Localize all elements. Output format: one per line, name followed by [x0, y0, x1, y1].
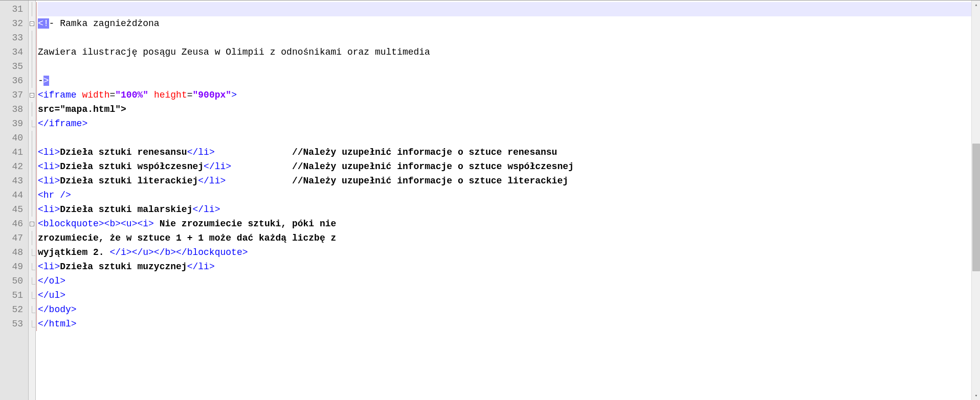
code-line[interactable]: <hr />	[38, 188, 980, 202]
fold-marker[interactable]: −	[29, 88, 35, 102]
code-token: Dzieła sztuki malarskiej	[60, 204, 192, 215]
line-number[interactable]: 43	[0, 174, 28, 188]
line-number[interactable]: 46	[0, 217, 28, 231]
code-token: height	[154, 90, 187, 100]
code-line[interactable]: <li>Dzieła sztuki muzycznej</li>	[38, 260, 980, 274]
fold-marker[interactable]	[29, 159, 35, 174]
fold-marker[interactable]	[29, 102, 35, 116]
code-line[interactable]	[38, 31, 980, 45]
code-line[interactable]: <li>Dzieła sztuki renesansu</li> //Należ…	[38, 145, 980, 159]
fold-marker[interactable]	[29, 274, 35, 288]
fold-marker[interactable]	[29, 59, 35, 74]
line-number[interactable]: 33	[0, 31, 28, 45]
line-number[interactable]: 47	[0, 231, 28, 245]
code-token: Dzieła sztuki literackiej	[60, 176, 198, 186]
code-line[interactable]	[38, 2, 980, 16]
code-token: "100%"	[115, 90, 148, 100]
line-number[interactable]: 37	[0, 88, 28, 102]
scroll-up-button[interactable]: ▴	[972, 1, 980, 9]
fold-marker[interactable]	[29, 45, 35, 59]
code-token: =	[187, 90, 193, 100]
fold-marker[interactable]	[29, 145, 35, 159]
line-number[interactable]: 40	[0, 131, 28, 145]
line-number[interactable]: 50	[0, 274, 28, 288]
code-line[interactable]: </ol>	[38, 274, 980, 288]
line-number[interactable]: 52	[0, 302, 28, 317]
code-line[interactable]: ->	[38, 74, 980, 88]
code-token: </html>	[38, 319, 77, 329]
code-line[interactable]	[38, 131, 980, 145]
line-number[interactable]: 41	[0, 145, 28, 159]
line-number[interactable]: 36	[0, 74, 28, 88]
line-number-gutter[interactable]: 3132333435363738394041424344454647484950…	[0, 1, 29, 400]
line-number[interactable]: 31	[0, 2, 28, 16]
line-number[interactable]: 45	[0, 202, 28, 217]
code-line[interactable]: Zawiera ilustrację posągu Zeusa w Olimpi…	[38, 45, 980, 59]
code-token: </body>	[38, 304, 77, 315]
fold-marker[interactable]	[29, 288, 35, 302]
code-token: -	[38, 76, 43, 86]
vertical-scrollbar[interactable]: ▴ ▾	[971, 1, 980, 400]
fold-marker[interactable]	[29, 2, 35, 16]
code-token: Dzieła sztuki renesansu	[60, 147, 187, 157]
line-number[interactable]: 42	[0, 159, 28, 174]
code-token: <li>	[38, 204, 60, 215]
scroll-down-button[interactable]: ▾	[972, 391, 980, 400]
fold-marker[interactable]	[29, 116, 35, 131]
code-token: //Należy uzupełnić informacje o sztuce w…	[292, 161, 574, 172]
code-line[interactable]: wyjątkiem 2. </i></u></b></blockquote>	[38, 245, 980, 260]
code-line[interactable]: </html>	[38, 317, 980, 331]
code-line[interactable]: <iframe width="100%" height="900px">	[38, 88, 980, 102]
line-number[interactable]: 38	[0, 102, 28, 116]
code-line[interactable]: <li>Dzieła sztuki współczesnej</li> //Na…	[38, 159, 980, 174]
code-line[interactable]: <!- Ramka zagnieżdżona	[38, 16, 980, 31]
fold-marker[interactable]	[29, 260, 35, 274]
code-line[interactable]: </iframe>	[38, 116, 980, 131]
line-number[interactable]: 49	[0, 260, 28, 274]
fold-marker[interactable]	[29, 245, 35, 260]
code-line[interactable]: zrozumiecie, że w sztuce 1 + 1 może dać …	[38, 231, 980, 245]
line-number[interactable]: 48	[0, 245, 28, 260]
code-token	[148, 90, 154, 100]
code-token: <li>	[38, 161, 60, 172]
code-token	[77, 90, 82, 100]
line-number[interactable]: 51	[0, 288, 28, 302]
code-token: Nie zrozumiecie sztuki, póki nie	[154, 219, 336, 229]
fold-marker[interactable]	[29, 231, 35, 245]
line-number[interactable]: 44	[0, 188, 28, 202]
fold-marker[interactable]	[29, 31, 35, 45]
fold-marker[interactable]	[29, 131, 35, 145]
code-line[interactable]: <li>Dzieła sztuki literackiej</li> //Nal…	[38, 174, 980, 188]
code-editor: 3132333435363738394041424344454647484950…	[0, 0, 980, 400]
fold-marker[interactable]: −	[29, 217, 35, 231]
line-number[interactable]: 34	[0, 45, 28, 59]
fold-marker[interactable]	[29, 317, 35, 331]
code-line[interactable]	[38, 59, 980, 74]
scrollbar-thumb[interactable]	[972, 144, 980, 271]
code-line[interactable]: src="mapa.html">	[38, 102, 980, 116]
code-token: <li>	[38, 147, 60, 157]
line-number[interactable]: 39	[0, 116, 28, 131]
code-token: <iframe	[38, 90, 77, 100]
code-token: <hr />	[38, 190, 71, 200]
fold-marker[interactable]	[29, 174, 35, 188]
code-line[interactable]: </body>	[38, 302, 980, 317]
fold-marker[interactable]: −	[29, 16, 35, 31]
line-number[interactable]: 32	[0, 16, 28, 31]
code-token: =	[109, 90, 115, 100]
line-number[interactable]: 35	[0, 59, 28, 74]
code-area[interactable]: <!- Ramka zagnieżdżonaZawiera ilustrację…	[36, 1, 980, 400]
code-token: </i></u></b></blockquote>	[109, 247, 248, 257]
fold-marker[interactable]	[29, 74, 35, 88]
code-token: >	[43, 76, 49, 86]
fold-marker[interactable]	[29, 188, 35, 202]
fold-column[interactable]: −−−	[29, 1, 36, 400]
code-token: </iframe>	[38, 119, 87, 129]
code-line[interactable]: <li>Dzieła sztuki malarskiej</li>	[38, 202, 980, 217]
code-line[interactable]: </ul>	[38, 288, 980, 302]
fold-marker[interactable]	[29, 302, 35, 317]
code-line[interactable]: <blockquote><b><u><i> Nie zrozumiecie sz…	[38, 217, 980, 231]
line-number[interactable]: 53	[0, 317, 28, 331]
code-token: <li>	[38, 176, 60, 186]
fold-marker[interactable]	[29, 202, 35, 217]
